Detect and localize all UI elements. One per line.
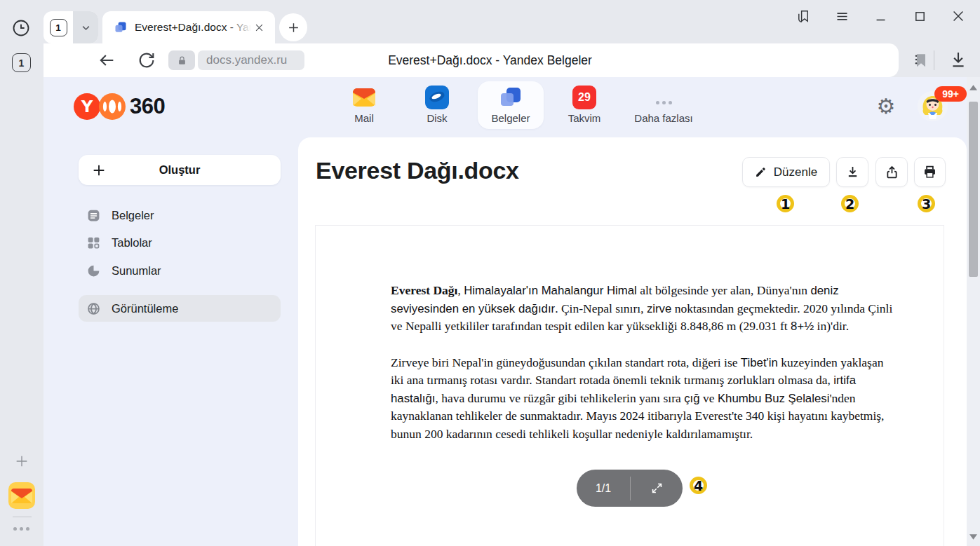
- tab-title: Everest+Dağı.docx - Yan: [135, 21, 251, 34]
- calendar-icon: 29: [572, 85, 596, 110]
- service-more[interactable]: Daha fazlası: [625, 81, 702, 129]
- tab-counter-badge: 1: [50, 19, 67, 36]
- share-document-button[interactable]: [875, 157, 908, 187]
- service-belgeler-selected[interactable]: Belgeler: [478, 81, 544, 129]
- minimize-icon: [873, 8, 889, 24]
- notification-badge: 99+: [934, 86, 967, 102]
- annotation-circle-2: 2: [841, 195, 859, 212]
- service-takvim[interactable]: 29 Takvim: [551, 81, 617, 129]
- logo-360-text: 360: [130, 94, 165, 119]
- refresh-button[interactable]: [137, 50, 156, 70]
- address-more-button[interactable]: [908, 51, 924, 68]
- page-title: Everest Dağı.docx: [316, 157, 519, 184]
- sidebar-item-label: Görüntüleme: [112, 302, 178, 315]
- sidebar-item-sunumlar[interactable]: Sunumlar: [79, 257, 281, 284]
- panels-bookmark-icon: [796, 8, 812, 25]
- sidebar-item-label: Sunumlar: [112, 264, 161, 278]
- window-maximize-button[interactable]: [910, 6, 929, 26]
- download-document-button[interactable]: [836, 157, 868, 187]
- sidebar-item-goruntuleme[interactable]: Görüntüleme: [79, 295, 281, 322]
- printer-icon: [922, 165, 937, 179]
- url-domain[interactable]: docs.yandex.ru: [198, 50, 304, 70]
- create-button[interactable]: Oluştur: [79, 155, 281, 185]
- sidebar-item-belgeler[interactable]: Belgeler: [79, 202, 281, 228]
- expand-icon: [650, 482, 664, 495]
- toolbar-divider: [934, 50, 934, 70]
- browser-window: 1 Everest+Dağı.docx - Yan: [0, 0, 980, 546]
- new-tab-button[interactable]: [279, 13, 307, 41]
- tab-group-control[interactable]: 1: [43, 11, 98, 43]
- document-text: Everest Dağı, Himalayalar'ın Mahalangur …: [391, 282, 899, 461]
- tab-close-icon[interactable]: [251, 20, 267, 35]
- document-paragraph: Everest Dağı, Himalayalar'ın Mahalangur …: [391, 282, 899, 336]
- edit-button-label: Düzenle: [774, 165, 817, 179]
- plus-icon: [287, 21, 300, 34]
- fullscreen-button[interactable]: [631, 482, 683, 495]
- annotation-circle-3: 3: [918, 195, 935, 212]
- share-upload-icon: [885, 165, 899, 179]
- sidebar-divider: [13, 517, 32, 517]
- tab-counter[interactable]: 1: [43, 11, 73, 43]
- sidebar-tab-counter[interactable]: 1: [12, 53, 31, 72]
- document-paragraph: Zirveye biri Nepal'in güneydoğusundan çı…: [391, 354, 899, 444]
- calendar-day-badge: 29: [572, 86, 596, 109]
- download-icon: [845, 165, 860, 179]
- tab-list-dropdown[interactable]: [73, 11, 98, 43]
- belgeler-icon: [499, 85, 523, 110]
- yandex-360-logo[interactable]: Y 360: [74, 93, 165, 121]
- page-scrollbar[interactable]: [967, 77, 980, 546]
- side-panels-button[interactable]: [793, 6, 813, 26]
- browser-tab[interactable]: Everest+Dağı.docx - Yan: [102, 11, 275, 43]
- pencil-icon: [755, 166, 767, 178]
- print-document-button[interactable]: [914, 157, 946, 187]
- sidebar-item-label: Belgeler: [112, 209, 154, 222]
- annotation-circle-1: 1: [777, 195, 794, 212]
- service-mail[interactable]: Mail: [331, 81, 397, 129]
- annotation-circle-4: 4: [690, 477, 707, 494]
- service-label: Daha fazlası: [634, 112, 692, 124]
- maximize-icon: [913, 9, 927, 24]
- service-label: Takvim: [568, 112, 601, 124]
- sidebar-item-tablolar[interactable]: Tablolar: [79, 229, 281, 256]
- hamburger-menu-icon: [835, 9, 850, 24]
- back-button[interactable]: [97, 50, 116, 70]
- globe-icon: [86, 301, 101, 316]
- settings-gear-icon[interactable]: ⚙: [875, 95, 897, 118]
- window-close-button[interactable]: [948, 6, 968, 26]
- scrollbar-thumb[interactable]: [969, 102, 978, 277]
- back-arrow-icon: [97, 50, 116, 70]
- pie-chart-icon: [86, 264, 101, 278]
- y360-logo-icon: Y: [74, 93, 127, 121]
- plus-icon: [14, 453, 29, 469]
- svg-text:Y: Y: [81, 97, 93, 116]
- document-favicon: [114, 20, 128, 34]
- scroll-down-arrow[interactable]: [967, 532, 980, 542]
- site-security-button[interactable]: [168, 50, 195, 70]
- window-minimize-button[interactable]: [871, 6, 891, 26]
- service-disk[interactable]: Disk: [404, 81, 470, 129]
- sidebar-more-icon[interactable]: [13, 527, 29, 531]
- page-indicator: 1/1: [577, 482, 630, 495]
- scroll-up-arrow[interactable]: [967, 83, 980, 93]
- sidebar-item-label: Tablolar: [112, 236, 152, 250]
- service-label: Belgeler: [491, 112, 530, 124]
- create-button-label: Oluştur: [79, 163, 281, 177]
- service-label: Disk: [427, 112, 447, 124]
- refresh-icon: [137, 50, 156, 70]
- browser-menu-button[interactable]: [832, 6, 852, 26]
- chevron-down-icon: [81, 22, 91, 33]
- service-label: Mail: [354, 112, 374, 124]
- viewer-controls[interactable]: 1/1: [577, 470, 683, 507]
- yandex-mail-app-icon[interactable]: [8, 482, 35, 509]
- mail-icon: [352, 85, 376, 110]
- downloads-button[interactable]: [948, 50, 968, 69]
- edit-button[interactable]: Düzenle: [742, 157, 830, 187]
- document-icon: [86, 208, 101, 223]
- kebab-menu-icon: [910, 53, 922, 66]
- address-bar[interactable]: docs.yandex.ru: [43, 43, 899, 77]
- history-clock-icon[interactable]: [11, 18, 31, 38]
- close-icon: [951, 8, 966, 24]
- lock-icon: [177, 55, 187, 66]
- sidebar-add-button[interactable]: [14, 453, 29, 469]
- more-dots-icon: [656, 85, 672, 110]
